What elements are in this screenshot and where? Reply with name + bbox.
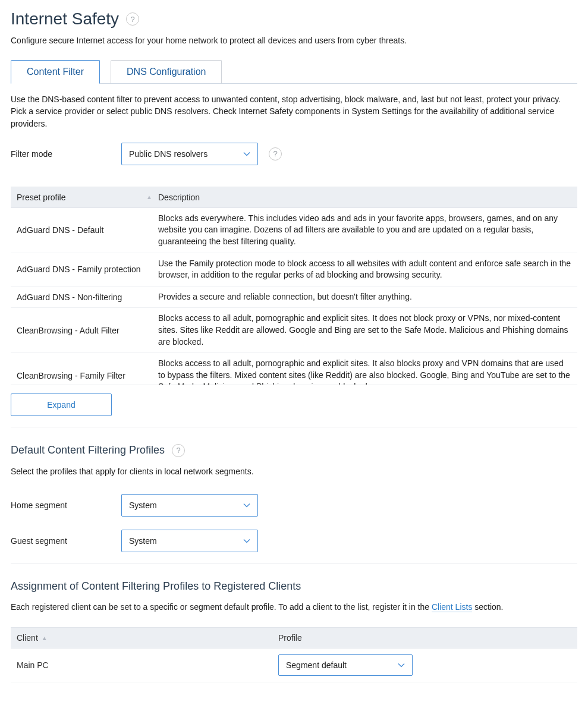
sort-asc-icon: ▲ [146,194,158,200]
table-row[interactable]: AdGuard DNS - Family protectionUse the F… [11,253,577,287]
table-row: Main PCSegment default [11,649,577,682]
client-lists-link[interactable]: Client Lists [432,602,472,612]
column-header-preset-profile[interactable]: Preset profile [17,193,65,202]
guest-segment-label: Guest segment [11,536,111,546]
assignment-title: Assignment of Content Filtering Profiles… [11,580,301,593]
column-header-profile[interactable]: Profile [278,633,571,643]
filter-mode-label: Filter mode [11,149,111,159]
tabs: Content Filter DNS Configuration [11,59,577,84]
preset-profile-table: Preset profile ▲ Description AdGuard DNS… [11,187,577,385]
preset-profile-description: Blocks ads everywhere. This includes vid… [158,213,571,248]
table-row[interactable]: CleanBrowsing - Family FilterBlocks acce… [11,353,577,385]
home-segment-label: Home segment [11,500,111,510]
client-name: Main PC [17,660,278,670]
preset-profile-name: AdGuard DNS - Non-filtering [17,292,158,302]
preset-profile-description: Provides a secure and reliable connectio… [158,291,571,303]
filter-mode-value: Public DNS resolvers [129,149,207,159]
page-title: Internet Safety [11,10,119,29]
guest-segment-select[interactable]: System [121,530,258,552]
tab-content-filter[interactable]: Content Filter [11,60,100,84]
filter-mode-select[interactable]: Public DNS resolvers [121,143,258,165]
default-profiles-title: Default Content Filtering Profiles [11,444,165,457]
table-row[interactable]: AdGuard DNS - Non-filteringProvides a se… [11,287,577,308]
sort-asc-icon: ▲ [42,635,48,641]
guest-segment-value: System [129,536,157,546]
expand-button[interactable]: Expand [11,394,112,416]
help-icon[interactable]: ? [269,147,282,160]
tab-dns-configuration[interactable]: DNS Configuration [111,60,222,84]
preset-profile-name: CleanBrowsing - Adult Filter [17,326,158,335]
client-profile-value: Segment default [286,660,347,670]
preset-profile-name: AdGuard DNS - Default [17,225,158,235]
preset-profile-description: Use the Family protection mode to block … [158,258,571,281]
home-segment-select[interactable]: System [121,494,258,517]
preset-profile-description: Blocks access to all adult, pornographic… [158,358,571,385]
column-header-description[interactable]: Description [158,193,571,202]
preset-profile-name: CleanBrowsing - Family Filter [17,371,158,380]
content-filter-description: Use the DNS-based content filter to prev… [11,93,577,130]
default-profiles-description: Select the profiles that apply for clien… [11,465,577,477]
home-segment-value: System [129,500,157,510]
chevron-down-icon [243,539,250,543]
chevron-down-icon [243,503,250,508]
page-subtitle: Configure secure Internet access for you… [11,36,577,45]
help-icon[interactable]: ? [126,12,139,26]
table-row[interactable]: AdGuard DNS - DefaultBlocks ads everywhe… [11,208,577,253]
table-row[interactable]: CleanBrowsing - Adult FilterBlocks acces… [11,308,577,353]
preset-profile-description: Blocks access to all adult, pornographic… [158,313,571,348]
help-icon[interactable]: ? [172,444,185,457]
client-profile-select[interactable]: Segment default [278,654,413,676]
preset-profile-name: AdGuard DNS - Family protection [17,265,158,274]
chevron-down-icon [243,152,250,156]
chevron-down-icon [398,663,405,668]
assignment-description: Each registered client can be set to a s… [11,601,577,613]
column-header-client[interactable]: Client [17,633,38,643]
